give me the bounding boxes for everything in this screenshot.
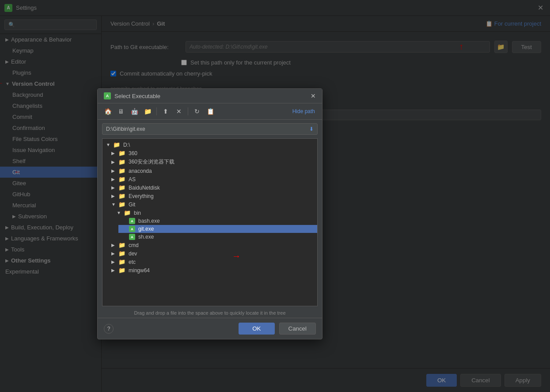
toolbar-copy-button[interactable]: 📋 <box>205 106 216 117</box>
expand-arrow: ▶ <box>111 185 117 190</box>
folder-icon: 📁 <box>118 184 125 191</box>
tree-item-as[interactable]: ▶ 📁 AS <box>108 175 317 183</box>
exe-icon: A <box>129 226 135 232</box>
tree-item-mingw64[interactable]: ▶ 📁 mingw64 <box>108 266 317 274</box>
folder-icon: 📁 <box>118 267 125 274</box>
folder-icon: 📁 <box>118 167 125 174</box>
folder-icon: 📁 <box>118 259 125 265</box>
modal-overlay: A Select Executable ✕ 🏠 🖥 🤖 📁 ⬆ ✕ ↻ 📋 Hi… <box>0 0 550 392</box>
tree-item-etc[interactable]: ▶ 📁 etc <box>108 258 317 266</box>
select-executable-modal: A Select Executable ✕ 🏠 🖥 🤖 📁 ⬆ ✕ ↻ 📋 Hi… <box>97 88 322 339</box>
toolbar-desktop-button[interactable]: 🖥 <box>115 106 127 117</box>
modal-title-bar: A Select Executable ✕ <box>98 89 322 103</box>
folder-icon: 📁 <box>124 209 131 216</box>
tree-item-anaconda[interactable]: ▶ 📁 anaconda <box>108 167 317 175</box>
folder-icon: 📁 <box>118 250 125 257</box>
modal-icon: A <box>104 92 111 99</box>
expand-arrow <box>122 235 127 240</box>
tree-label: Git <box>129 202 135 208</box>
expand-arrow: ▶ <box>111 194 117 198</box>
tree-label: dev <box>129 251 137 257</box>
modal-title: Select Executable <box>114 93 160 99</box>
settings-window: A Settings ✕ ▶ Appearance & Behavior Key… <box>0 0 550 392</box>
tree-item-dev[interactable]: ▶ 📁 dev <box>108 249 317 258</box>
tree-item-git[interactable]: ▼ 📁 Git <box>108 200 317 209</box>
expand-arrow: ▶ <box>111 151 117 156</box>
folder-icon: 📁 <box>118 193 125 199</box>
tree-label: anaconda <box>129 168 152 174</box>
tree-item-360[interactable]: ▶ 📁 360 <box>108 149 317 157</box>
modal-path-input[interactable] <box>106 126 309 132</box>
file-tree: ▼ 📁 D:\ ▶ 📁 360 ▶ 📁 360安全浏览器下载 <box>102 138 318 306</box>
tree-item-everything[interactable]: ▶ 📁 Everything <box>108 192 317 200</box>
modal-toolbar: 🏠 🖥 🤖 📁 ⬆ ✕ ↻ 📋 Hide path <box>98 103 322 120</box>
expand-arrow: ▶ <box>111 177 117 182</box>
tree-label: Everything <box>129 193 154 199</box>
expand-arrow: ▶ <box>111 243 117 247</box>
modal-path-container: ⬇ <box>102 123 318 135</box>
tree-label: mingw64 <box>129 267 150 274</box>
tree-item-bash-exe[interactable]: A bash.exe <box>118 217 317 225</box>
tree-item-bin[interactable]: ▼ 📁 bin <box>113 209 317 217</box>
expand-arrow: ▶ <box>111 160 117 164</box>
modal-ok-button[interactable]: OK <box>239 323 274 335</box>
tree-item-baidunetdisk[interactable]: ▶ 📁 BaiduNetdisk <box>108 183 317 192</box>
expand-arrow: ▶ <box>111 251 117 256</box>
tree-label: 360安全浏览器下载 <box>129 158 174 166</box>
expand-arrow: ▼ <box>117 210 122 215</box>
tree-label: D:\ <box>123 142 130 148</box>
help-button[interactable]: ? <box>104 324 114 334</box>
modal-hint: Drag and drop a file into the space abov… <box>98 308 322 318</box>
folder-icon: 📁 <box>118 150 125 156</box>
tree-label: git.exe <box>138 226 154 232</box>
toolbar-separator-2 <box>188 107 188 115</box>
tree-item-360browser[interactable]: ▶ 📁 360安全浏览器下载 <box>108 157 317 167</box>
tree-item-d-drive[interactable]: ▼ 📁 D:\ <box>102 141 317 149</box>
folder-icon: 📁 <box>118 242 125 248</box>
tree-label: bin <box>134 210 141 216</box>
red-arrow-git-exe: ← <box>232 252 241 262</box>
tree-label: bash.exe <box>138 218 160 224</box>
folder-icon: 📁 <box>118 176 125 183</box>
download-icon[interactable]: ⬇ <box>309 126 314 132</box>
tree-label: 360 <box>129 150 137 156</box>
folder-icon: 📁 <box>113 141 120 148</box>
tree-label: cmd <box>129 242 139 248</box>
folder-icon: 📁 <box>118 159 125 165</box>
exe-icon: A <box>129 218 135 224</box>
toolbar-refresh-button[interactable]: ↻ <box>191 106 203 117</box>
toolbar-separator-1 <box>156 107 157 115</box>
folder-icon: 📁 <box>118 201 125 208</box>
expand-arrow <box>122 227 127 232</box>
toolbar-folder-button[interactable]: 📁 <box>142 106 153 117</box>
modal-bottom: ? OK Cancel <box>98 318 322 339</box>
tree-label: AS <box>129 176 136 183</box>
exe-icon: A <box>129 234 135 240</box>
expand-arrow: ▶ <box>111 268 117 273</box>
expand-arrow <box>122 219 127 224</box>
hide-path-button[interactable]: Hide path <box>290 107 318 115</box>
toolbar-up-button[interactable]: ⬆ <box>160 106 171 117</box>
tree-item-cmd[interactable]: ▶ 📁 cmd <box>108 241 317 249</box>
expand-arrow: ▼ <box>106 142 111 147</box>
tree-item-sh-exe[interactable]: A sh.exe <box>118 233 317 241</box>
modal-cancel-button[interactable]: Cancel <box>279 323 316 335</box>
tree-item-git-exe[interactable]: A git.exe <box>118 225 317 233</box>
tree-label: sh.exe <box>138 234 154 240</box>
tree-label: etc <box>129 259 136 265</box>
expand-arrow: ▼ <box>111 202 117 207</box>
toolbar-delete-button[interactable]: ✕ <box>173 106 185 117</box>
modal-close-button[interactable]: ✕ <box>311 92 316 99</box>
toolbar-home-button[interactable]: 🏠 <box>102 106 114 117</box>
expand-arrow: ▶ <box>111 168 117 173</box>
toolbar-android-button[interactable]: 🤖 <box>129 106 140 117</box>
tree-label: BaiduNetdisk <box>129 185 160 191</box>
expand-arrow: ▶ <box>111 259 117 264</box>
